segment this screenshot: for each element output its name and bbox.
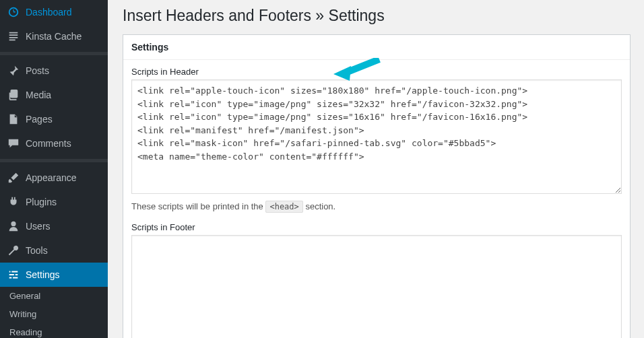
page-title: Insert Headers and Footers » Settings	[123, 7, 631, 25]
analytics-icon	[7, 30, 20, 43]
main-content: Insert Headers and Footers » Settings Se…	[108, 0, 644, 338]
sidebar-item-media[interactable]: Media	[0, 83, 108, 107]
sidebar-item-label: Plugins	[26, 197, 57, 207]
submenu-item-reading[interactable]: Reading	[0, 323, 108, 338]
brush-icon	[7, 171, 20, 184]
sidebar-item-label: Dashboard	[26, 7, 72, 18]
sidebar-item-tools[interactable]: Tools	[0, 238, 108, 263]
sidebar-item-label: Media	[26, 90, 51, 100]
sidebar-item-label: Comments	[26, 138, 71, 149]
sidebar-item-posts[interactable]: Posts	[0, 59, 108, 83]
panel-body: Scripts in Header These scripts will be …	[123, 60, 630, 338]
wrench-icon	[7, 244, 20, 257]
footer-scripts-label: Scripts in Footer	[131, 222, 622, 232]
sidebar-item-label: Settings	[26, 269, 60, 280]
sidebar-item-label: Users	[26, 221, 51, 232]
dashboard-icon	[7, 5, 20, 19]
panel-heading: Settings	[123, 35, 630, 60]
user-icon	[7, 219, 20, 233]
header-scripts-textarea[interactable]	[131, 79, 622, 194]
admin-sidebar: Dashboard Kinsta Cache Posts Media Pages…	[0, 0, 108, 338]
sidebar-item-settings[interactable]: Settings	[0, 263, 108, 287]
submenu-item-writing[interactable]: Writing	[0, 305, 108, 323]
sidebar-item-pages[interactable]: Pages	[0, 107, 108, 131]
plugin-icon	[7, 195, 20, 209]
sidebar-item-users[interactable]: Users	[0, 214, 108, 238]
header-scripts-label: Scripts in Header	[131, 67, 622, 77]
menu-separator	[0, 52, 108, 55]
sidebar-item-comments[interactable]: Comments	[0, 131, 108, 156]
comment-icon	[7, 137, 20, 150]
head-code: <head>	[265, 201, 302, 213]
sidebar-item-label: Appearance	[26, 172, 77, 183]
sidebar-item-appearance[interactable]: Appearance	[0, 166, 108, 190]
sidebar-item-label: Tools	[26, 245, 48, 256]
sidebar-item-plugins[interactable]: Plugins	[0, 190, 108, 214]
header-help-text: These scripts will be printed in the <he…	[131, 201, 622, 211]
sidebar-item-label: Pages	[26, 114, 53, 125]
sidebar-item-kinsta-cache[interactable]: Kinsta Cache	[0, 24, 108, 48]
sidebar-item-label: Kinsta Cache	[26, 31, 82, 42]
pin-icon	[7, 64, 20, 77]
sidebar-item-label: Posts	[26, 65, 49, 76]
settings-panel: Settings Scripts in Header These scripts…	[123, 34, 631, 338]
sliders-icon	[7, 268, 20, 281]
media-icon	[7, 88, 20, 102]
footer-scripts-textarea[interactable]	[131, 235, 622, 338]
submenu-item-general[interactable]: General	[0, 287, 108, 305]
menu-separator	[0, 159, 108, 162]
sidebar-item-dashboard[interactable]: Dashboard	[0, 0, 108, 24]
page-icon	[7, 112, 20, 126]
